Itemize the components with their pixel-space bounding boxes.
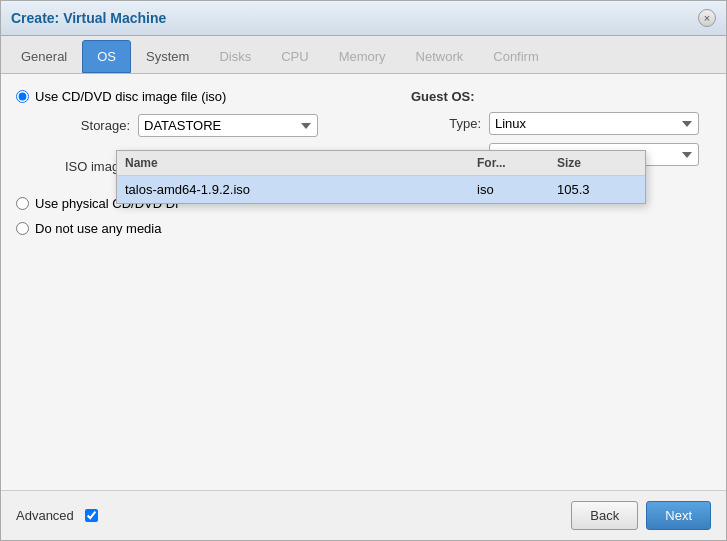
item-name: talos-amd64-1.9.2.iso [125,182,477,197]
storage-label: Storage: [40,118,130,133]
no-media-label: Do not use any media [35,221,161,236]
item-format: iso [477,182,557,197]
dropdown-item[interactable]: talos-amd64-1.9.2.iso iso 105.3 [117,176,645,203]
close-button[interactable]: × [698,9,716,27]
no-media-radio[interactable] [16,222,29,235]
dialog-footer: Advanced Back Next [1,490,726,540]
use-iso-radio[interactable] [16,90,29,103]
no-media-option[interactable]: Do not use any media [16,221,711,236]
type-row: Type: Linux [411,112,711,135]
dialog-title: Create: Virtual Machine [11,10,166,26]
item-size: 105.3 [557,182,637,197]
col-name: Name [125,156,477,170]
type-label: Type: [411,116,481,131]
col-size: Size [557,156,637,170]
content-area: Use CD/DVD disc image file (iso) Storage… [1,74,726,490]
tab-os[interactable]: OS [82,40,131,73]
back-button[interactable]: Back [571,501,638,530]
tab-memory: Memory [324,40,401,73]
dropdown-header: Name For... Size [117,151,645,176]
dialog-titlebar: Create: Virtual Machine × [1,1,726,36]
tab-confirm: Confirm [478,40,554,73]
advanced-label: Advanced [16,508,74,523]
guest-os-title: Guest OS: [411,89,711,104]
type-select[interactable]: Linux [489,112,699,135]
tab-system[interactable]: System [131,40,204,73]
storage-select[interactable]: DATASTORE [138,114,318,137]
iso-dropdown-menu: Name For... Size talos-amd64-1.9.2.iso i… [116,150,646,204]
tab-disks: Disks [204,40,266,73]
tab-bar: General OS System Disks CPU Memory Netwo… [1,36,726,74]
use-iso-label: Use CD/DVD disc image file (iso) [35,89,226,104]
col-format: For... [477,156,557,170]
tab-network: Network [401,40,479,73]
use-physical-radio[interactable] [16,197,29,210]
tab-general[interactable]: General [6,40,82,73]
next-button[interactable]: Next [646,501,711,530]
advanced-checkbox[interactable] [85,509,98,522]
tab-cpu: CPU [266,40,323,73]
create-vm-dialog: Create: Virtual Machine × General OS Sys… [0,0,727,541]
